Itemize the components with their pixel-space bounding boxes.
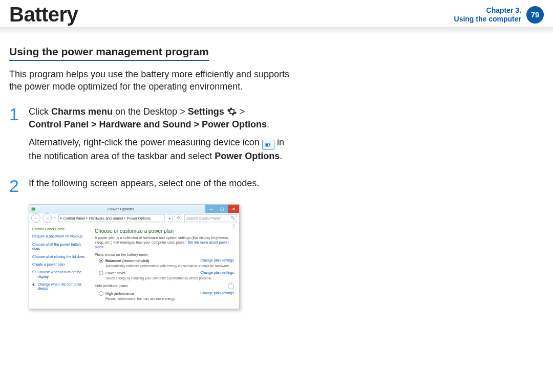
step2-text: If the following screen appears, select … xyxy=(29,177,259,190)
change-settings-link[interactable]: Change plan settings xyxy=(200,291,234,295)
change-settings-link[interactable]: Change plan settings xyxy=(200,258,234,262)
text: Click xyxy=(29,106,51,117)
search-input[interactable]: Search Control Panel 🔍 xyxy=(184,214,237,222)
text: > xyxy=(240,106,245,117)
radio-selected[interactable] xyxy=(99,258,103,263)
charms-menu-label: Charms menu xyxy=(51,106,113,117)
step-body: If the following screen appears, select … xyxy=(29,177,259,195)
svg-rect-3 xyxy=(32,208,35,210)
window-title: Power Options xyxy=(36,207,205,211)
step-body: Click Charms menu on the Desktop > Setti… xyxy=(29,105,296,168)
radio-unselected[interactable] xyxy=(99,291,103,296)
chapter-lines: Chapter 3. Using the computer xyxy=(454,6,521,23)
refresh-button[interactable]: ⟳ xyxy=(175,214,182,222)
search-placeholder: Search Control Panel xyxy=(186,216,221,220)
radio-unselected[interactable] xyxy=(99,271,103,275)
home-icon: ▸ xyxy=(60,216,62,220)
battery-tray-icon xyxy=(262,140,274,150)
path-label: Control Panel > Hardware and Sound > Pow… xyxy=(29,119,267,129)
hide-plans-row[interactable]: Hide additional plans ˄ xyxy=(95,283,234,289)
text: . xyxy=(267,119,269,129)
step1-line1: Click Charms menu on the Desktop > Setti… xyxy=(29,105,296,131)
svg-rect-2 xyxy=(266,144,268,146)
back-button[interactable]: ← xyxy=(31,213,40,223)
sidebar-link[interactable]: Create a power plan xyxy=(32,263,89,267)
plans-header: Plans shown on the battery meter xyxy=(95,253,234,256)
text: Alternatively, right-click the power mea… xyxy=(29,137,262,147)
sidebar-link[interactable]: Choose what the power button does xyxy=(32,243,89,251)
sidebar: Control Panel Home Require a password on… xyxy=(29,223,92,308)
address-bar: ← → ↑ ▸ Control Panel▸ Hardware and Soun… xyxy=(29,213,239,223)
chapter-section: Using the computer xyxy=(454,15,521,23)
chevron-up-icon: ˄ xyxy=(228,283,234,289)
plan-label: Power saver xyxy=(105,271,125,275)
breadcrumb[interactable]: ▸ Control Panel▸ Hardware and Sound▸ Pow… xyxy=(58,214,165,222)
step-number: 2 xyxy=(9,177,20,195)
panel-desc: A power plan is a collection of hardware… xyxy=(95,236,234,249)
document-page: Battery Chapter 3. Using the computer 79… xyxy=(0,0,553,392)
search-icon: 🔍 xyxy=(230,216,235,220)
maximize-button[interactable]: ▢ xyxy=(217,205,228,213)
forward-button[interactable]: → xyxy=(42,213,52,223)
power-options-screenshot: Power Options — ▢ ✕ ← → ↑ ▸ Control Pane… xyxy=(29,204,240,309)
page-number-badge: 79 xyxy=(526,6,544,24)
breadcrumb-dropdown[interactable]: ▾ xyxy=(167,214,173,222)
crumb[interactable]: Power Options xyxy=(127,216,151,220)
up-icon[interactable]: ↑ xyxy=(54,215,56,221)
sidebar-link[interactable]: Choose when to turn off the display xyxy=(37,270,89,279)
power-options-label: Power Options xyxy=(215,151,280,161)
crumb[interactable]: Control Panel xyxy=(63,216,85,220)
sidebar-link[interactable]: Require a password on wakeup xyxy=(32,234,89,238)
panel-heading: Choose or customize a power plan xyxy=(95,228,234,234)
hide-plans-label: Hide additional plans xyxy=(95,284,128,288)
main-panel: ❔ Choose or customize a power plan A pow… xyxy=(92,223,239,308)
close-button[interactable]: ✕ xyxy=(228,205,239,213)
plan-balanced: Balanced (recommended) Change plan setti… xyxy=(99,258,234,268)
battery-window-icon xyxy=(31,206,36,211)
text: . xyxy=(280,151,282,161)
page-header: Battery Chapter 3. Using the computer 79 xyxy=(9,0,544,33)
sleep-icon: ◐ xyxy=(32,282,36,287)
plan-desc: Automatically balances performance with … xyxy=(105,264,234,268)
content-column: Using the power management program This … xyxy=(9,33,296,309)
plan-power-saver: Power saver Change plan settings Saves e… xyxy=(99,271,234,280)
change-settings-link[interactable]: Change plan settings xyxy=(200,271,234,274)
crumb[interactable]: Hardware and Sound xyxy=(89,216,123,220)
sidebar-home[interactable]: Control Panel Home xyxy=(32,227,89,231)
minimize-button[interactable]: — xyxy=(205,205,217,213)
gear-icon xyxy=(227,106,237,117)
plan-label: Balanced (recommended) xyxy=(105,259,150,263)
step-number: 1 xyxy=(9,105,20,168)
plan-desc: Saves energy by reducing your computer's… xyxy=(105,276,234,280)
titlebar-icon-area xyxy=(31,206,36,211)
sidebar-link[interactable]: Change when the computer sleeps xyxy=(37,282,89,291)
sidebar-link[interactable]: Choose what closing the lid does xyxy=(32,255,89,259)
window-buttons: — ▢ ✕ xyxy=(205,205,239,213)
chapter-meta: Chapter 3. Using the computer 79 xyxy=(454,6,544,24)
section-intro: This program helps you use the battery m… xyxy=(9,68,296,93)
step-2: 2 If the following screen appears, selec… xyxy=(9,177,296,195)
chapter-number: Chapter 3. xyxy=(454,6,521,14)
settings-label: Settings xyxy=(188,106,224,117)
step1-line2: Alternatively, right-click the power mea… xyxy=(29,136,296,163)
help-icon[interactable]: ❔ xyxy=(230,224,236,229)
window-titlebar: Power Options — ▢ ✕ xyxy=(29,205,239,213)
plan-desc: Favors performance, but may use more ene… xyxy=(105,297,234,300)
plan-label: High performance xyxy=(105,292,134,295)
window-body: Control Panel Home Require a password on… xyxy=(29,223,239,308)
svg-rect-1 xyxy=(269,144,270,145)
plan-high-performance: High performance Change plan settings Fa… xyxy=(99,291,234,300)
text: on the Desktop > xyxy=(113,106,188,117)
section-heading: Using the power management program xyxy=(9,46,209,61)
display-icon: 🖵 xyxy=(32,270,36,274)
step-1: 1 Click Charms menu on the Desktop > Set… xyxy=(9,105,296,168)
page-title: Battery xyxy=(9,3,78,26)
svg-rect-4 xyxy=(35,209,35,210)
